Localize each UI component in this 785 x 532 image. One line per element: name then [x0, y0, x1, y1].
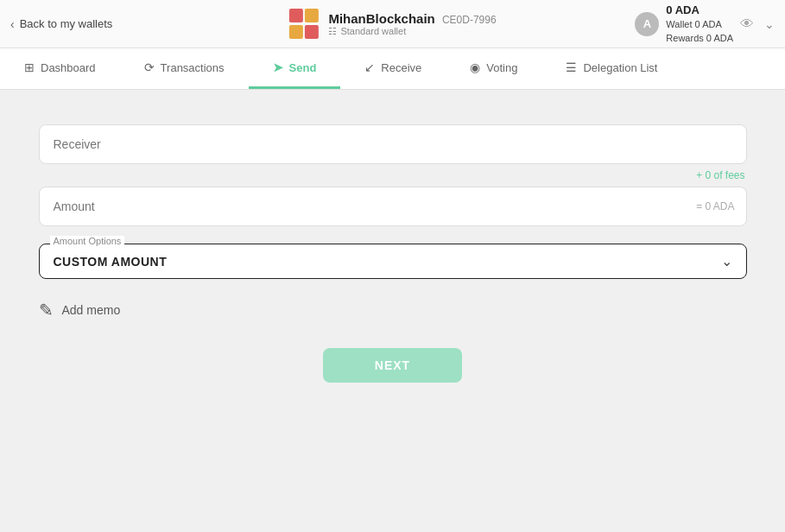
tab-transactions-label: Transactions: [161, 61, 225, 74]
balance-main: 0 ADA: [666, 3, 733, 18]
voting-icon: ◉: [470, 60, 480, 74]
wallet-icon-block3: [288, 25, 302, 39]
receiver-input[interactable]: [39, 124, 747, 164]
eye-icon[interactable]: 👁: [740, 16, 754, 32]
back-label: Back to my wallets: [20, 17, 113, 30]
main-content: + 0 of fees = 0 ADA Amount Options CUSTO…: [0, 90, 785, 532]
tab-transactions[interactable]: ⟳ Transactions: [120, 48, 249, 89]
next-button-wrapper: NEXT: [39, 348, 747, 383]
balance-info: 0 ADA Wallet 0 ADA Rewards 0 ADA: [666, 3, 733, 45]
wallet-code: CE0D-7996: [442, 14, 497, 26]
send-icon: ➤: [273, 60, 283, 74]
amount-options-label: Amount Options: [50, 236, 125, 246]
tab-voting-label: Voting: [486, 61, 517, 74]
next-button[interactable]: NEXT: [323, 348, 462, 383]
amount-options-dropdown[interactable]: Amount Options CUSTOM AMOUNT ⌄: [39, 244, 747, 279]
wallet-icon-block4: [304, 25, 318, 39]
wallet-type: ☷ Standard wallet: [328, 26, 496, 37]
chevron-down-icon: ⌄: [721, 253, 732, 269]
amount-options-value: CUSTOM AMOUNT: [54, 255, 168, 269]
dashboard-icon: ⊞: [24, 60, 35, 74]
avatar: A: [635, 12, 659, 36]
ada-balance-section: A 0 ADA Wallet 0 ADA Rewards 0 ADA 👁: [635, 3, 754, 45]
tab-delegation-list[interactable]: ☰ Delegation List: [541, 48, 681, 89]
tab-send[interactable]: ➤ Send: [249, 48, 341, 89]
tab-delegation-label: Delegation List: [583, 61, 657, 74]
tab-dashboard[interactable]: ⊞ Dashboard: [0, 48, 120, 89]
header-right: A 0 ADA Wallet 0 ADA Rewards 0 ADA 👁 ⌄: [635, 3, 775, 45]
nav-tabs: ⊞ Dashboard ⟳ Transactions ➤ Send ↙ Rece…: [0, 48, 785, 90]
wallet-header-center: MihanBlockchain CE0D-7996 ☷ Standard wal…: [288, 9, 496, 40]
wallet-icon-block2: [304, 9, 318, 22]
amount-wrapper: = 0 ADA: [39, 187, 747, 226]
wallet-name: MihanBlockchain CE0D-7996: [328, 11, 496, 26]
receiver-wrapper: [39, 124, 747, 164]
tab-receive[interactable]: ↙ Receive: [340, 48, 446, 89]
wallet-icon-block1: [288, 9, 302, 22]
back-arrow-icon: ‹: [10, 17, 15, 31]
memo-row[interactable]: ✎ Add memo: [39, 300, 747, 320]
amount-input[interactable]: [39, 187, 747, 226]
memo-label: Add memo: [62, 303, 121, 317]
memo-icon: ✎: [39, 300, 54, 320]
header: ‹ Back to my wallets MihanBlockchain CE0…: [0, 0, 785, 48]
fees-hint: + 0 of fees: [39, 169, 747, 181]
wallet-info: MihanBlockchain CE0D-7996 ☷ Standard wal…: [328, 11, 496, 37]
send-form: + 0 of fees = 0 ADA Amount Options CUSTO…: [39, 124, 747, 383]
transactions-icon: ⟳: [144, 60, 155, 74]
rewards-balance-line: Rewards 0 ADA: [666, 32, 733, 45]
wallet-balance-line: Wallet 0 ADA: [666, 18, 733, 31]
back-link[interactable]: ‹ Back to my wallets: [10, 17, 112, 31]
ada-hint: = 0 ADA: [696, 200, 734, 212]
tab-dashboard-label: Dashboard: [41, 61, 96, 74]
tab-receive-label: Receive: [381, 61, 421, 74]
tab-send-label: Send: [289, 61, 317, 74]
receive-icon: ↙: [364, 60, 375, 74]
header-dropdown-icon[interactable]: ⌄: [764, 17, 775, 31]
tab-voting[interactable]: ◉ Voting: [446, 48, 541, 89]
wallet-type-icon: ☷: [328, 26, 337, 37]
delegation-icon: ☰: [566, 60, 577, 74]
wallet-icon: [288, 9, 320, 40]
